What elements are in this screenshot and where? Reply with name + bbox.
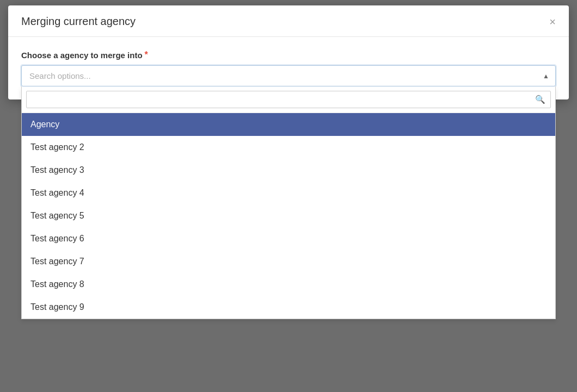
dropdown-option[interactable]: Test agency 6 [22,227,555,250]
dropdown-search-input[interactable] [26,91,551,108]
dropdown-options-list: AgencyTest agency 2Test agency 3Test age… [22,113,555,319]
modal-dialog: Merging current agency × Choose a agency… [8,5,569,99]
select-arrow-icon: ▲ [543,72,549,80]
dropdown-option[interactable]: Test agency 7 [22,250,555,273]
agency-select-container: Search options... ▲ 🔍 AgencyTest agency … [21,65,556,86]
modal-overlay: Merging current agency × Choose a agency… [0,0,577,392]
dropdown-option[interactable]: Test agency 9 [22,296,555,319]
dropdown-panel: 🔍 AgencyTest agency 2Test agency 3Test a… [21,86,556,319]
modal-body: Choose a agency to merge into * Search o… [8,37,569,99]
agency-select-display[interactable]: Search options... ▲ [21,65,556,86]
select-placeholder: Search options... [29,71,91,80]
dropdown-option[interactable]: Test agency 3 [22,159,555,182]
dropdown-option[interactable]: Test agency 2 [22,136,555,159]
field-label: Choose a agency to merge into * [21,50,556,60]
dropdown-option[interactable]: Agency [22,113,555,136]
required-indicator: * [145,50,148,60]
search-icon: 🔍 [535,95,545,104]
search-box-container: 🔍 [22,86,555,113]
field-label-text: Choose a agency to merge into [21,51,143,60]
dropdown-option[interactable]: Test agency 8 [22,273,555,296]
modal-close-button[interactable]: × [549,16,556,27]
dropdown-option[interactable]: Test agency 5 [22,204,555,227]
modal-title: Merging current agency [21,15,136,28]
modal-header: Merging current agency × [8,5,569,37]
dropdown-option[interactable]: Test agency 4 [22,182,555,204]
